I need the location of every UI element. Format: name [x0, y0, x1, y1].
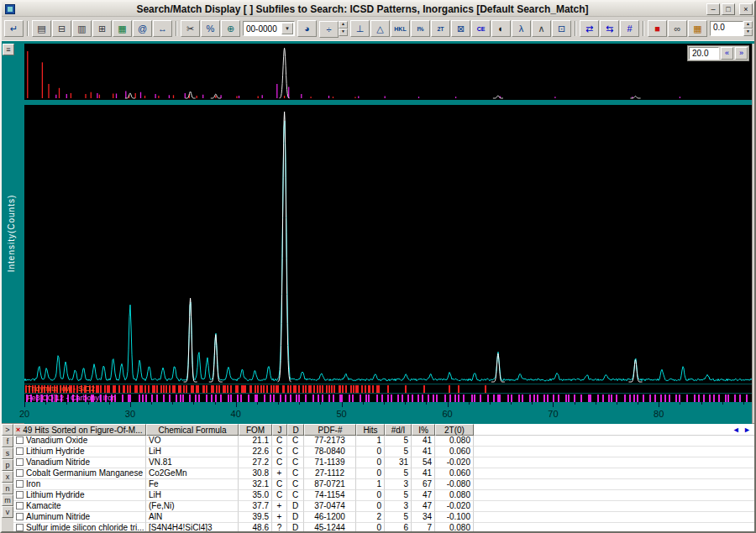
zoom-box-button[interactable]: ⊡: [552, 20, 571, 37]
grid-toggle-button[interactable]: ⊠: [451, 20, 470, 37]
column-header[interactable]: I%: [412, 424, 435, 436]
row-checkbox[interactable]: [16, 447, 24, 455]
side-tab-expand[interactable]: >: [2, 424, 13, 436]
row-checkbox[interactable]: [16, 513, 24, 520]
globe-button[interactable]: ⊕: [221, 20, 240, 37]
phase-tick: [518, 395, 520, 402]
column-header[interactable]: Hits: [356, 424, 385, 436]
phase-bar-carbonyl-iron[interactable]: Fe3[CO]12 - Carbonyl Iron: [24, 393, 752, 402]
stick-display-button[interactable]: ⊥: [350, 20, 370, 37]
row-checkbox[interactable]: [16, 458, 24, 466]
pan-right-button[interactable]: »: [735, 47, 748, 60]
offset-spin-up-button[interactable]: ▲: [743, 21, 753, 29]
cell-text: +: [277, 468, 282, 478]
ce-filter-button[interactable]: CE: [471, 20, 491, 37]
shift-left-button[interactable]: ⇄: [580, 20, 599, 37]
column-header[interactable]: J: [272, 424, 287, 436]
pdf-number-combo[interactable]: 00-0000▼: [243, 21, 295, 36]
infinity-button[interactable]: ∞: [668, 20, 687, 37]
column-header[interactable]: Chemical Formula: [146, 424, 239, 436]
phase-tick: [637, 395, 638, 402]
save-display-button[interactable]: ⊟: [52, 20, 71, 37]
table-cell: +: [272, 512, 287, 523]
cell-text: Iron: [26, 479, 40, 489]
intensity-labels-button[interactable]: I%: [411, 20, 430, 37]
contrast-button[interactable]: ◐: [491, 20, 511, 37]
dropper-button[interactable]: ◕: [297, 20, 317, 37]
pattern-table-button[interactable]: ▦: [688, 20, 707, 37]
stick-preview-panel[interactable]: 20.0 « »: [24, 44, 752, 100]
close-button[interactable]: ×: [739, 3, 753, 15]
phase-tick: [302, 385, 304, 393]
side-tab-m[interactable]: m: [2, 494, 13, 506]
peak-display-button[interactable]: △: [370, 20, 390, 37]
minimize-button[interactable]: –: [706, 3, 720, 15]
column-header[interactable]: 2T(0): [435, 424, 474, 436]
color-swatch-button[interactable]: ■: [648, 20, 667, 37]
hkl-labels-button[interactable]: HKL: [391, 20, 410, 37]
side-tab-s[interactable]: s: [2, 447, 13, 459]
row-checkbox[interactable]: [16, 436, 24, 444]
main-pattern-panel[interactable]: [24, 105, 752, 384]
table-row[interactable]: Sulfur imide silicon chloride tri...[S4N…: [13, 523, 754, 533]
profile-fit-button[interactable]: ∧: [532, 20, 551, 37]
table-cell: -0.100: [435, 512, 474, 523]
twotheta-labels-button[interactable]: 2T: [431, 20, 450, 37]
row-checkbox[interactable]: [16, 502, 24, 509]
table-row[interactable]: Kamacite(Fe,Ni)37.7+D37-04740347-0.020: [13, 501, 754, 512]
side-tab-n[interactable]: n: [2, 483, 13, 494]
chevron-down-icon[interactable]: ▼: [281, 23, 293, 34]
axis-menu-button[interactable]: ≡: [3, 44, 14, 55]
row-filler: [474, 447, 754, 457]
transfer-button[interactable]: ↔: [153, 20, 172, 37]
phase-tick: [463, 395, 465, 402]
column-header[interactable]: #d/I: [385, 424, 412, 436]
table-row[interactable]: Vanadium NitrideVN.8127.2CC71-113903154-…: [13, 457, 754, 468]
app-icon[interactable]: [5, 4, 15, 14]
table-row[interactable]: Lithium HydrideLiH22.6CC78-084005410.060: [13, 447, 754, 457]
cell-text: 46-1200: [314, 512, 345, 521]
divide-button[interactable]: ÷: [319, 21, 339, 38]
row-checkbox[interactable]: [16, 491, 24, 499]
copy-display-button[interactable]: ▥: [72, 20, 92, 37]
hash-overlay-button[interactable]: #: [620, 20, 639, 37]
side-tab-x[interactable]: x: [2, 471, 13, 483]
range-value-field[interactable]: 20.0: [689, 47, 719, 60]
divide-spin-up-button[interactable]: ▲: [339, 21, 348, 29]
side-tab-f[interactable]: f: [2, 436, 13, 447]
report-button[interactable]: ⊞: [92, 20, 112, 37]
column-scroll-arrows-icon[interactable]: ◄ ►: [732, 426, 752, 434]
close-hitlist-icon[interactable]: ×: [16, 426, 20, 434]
side-tab-v[interactable]: v: [2, 506, 13, 518]
row-checkbox[interactable]: [16, 469, 24, 477]
phase-tick: [151, 395, 153, 402]
phase-tick: [197, 385, 199, 393]
offset-field[interactable]: 0.0: [710, 21, 743, 36]
column-header[interactable]: ×49 Hits Sorted on Figure-Of-M...: [13, 424, 146, 436]
preferences-button[interactable]: @: [133, 20, 152, 37]
divide-spin-down-button[interactable]: ▼: [339, 29, 348, 36]
table-row[interactable]: Aluminum NitrideAlN39.5+D46-12002534-0.1…: [13, 512, 754, 523]
offset-spin-down-button[interactable]: ▼: [743, 29, 753, 36]
row-checkbox[interactable]: [16, 480, 24, 488]
shift-right-button[interactable]: ⇆: [600, 20, 619, 37]
phase-bar-tridymite[interactable]: Tridymite low - SiO2: [24, 384, 752, 393]
table-row[interactable]: Vanadium OxideVO21.1CC77-217315410.080: [13, 436, 754, 447]
column-header[interactable]: FOM: [239, 424, 272, 436]
percent-button[interactable]: %: [201, 20, 220, 37]
exit-button[interactable]: ↵: [4, 20, 24, 37]
column-header[interactable]: D: [287, 424, 304, 436]
row-checkbox[interactable]: [16, 524, 24, 531]
cut-peaks-button[interactable]: ✂: [181, 20, 200, 37]
column-header[interactable]: PDF-#: [304, 424, 356, 436]
print-button[interactable]: ▤: [32, 20, 51, 37]
spreadsheet-button[interactable]: ▦: [113, 20, 132, 37]
side-tab-p[interactable]: p: [2, 459, 13, 471]
table-row[interactable]: Lithium HydrideLiH35.0CC74-115405470.080: [13, 490, 754, 501]
cell-text: 1: [376, 479, 381, 489]
wavelength-button[interactable]: λ: [512, 20, 531, 37]
maximize-button[interactable]: □: [722, 3, 735, 15]
table-row[interactable]: IronFe32.1CC87-07211367-0.080: [13, 479, 754, 490]
table-row[interactable]: Cobalt Germanium ManganeseCo2GeMn30.8+C2…: [13, 468, 754, 479]
pan-left-button[interactable]: «: [721, 47, 733, 60]
